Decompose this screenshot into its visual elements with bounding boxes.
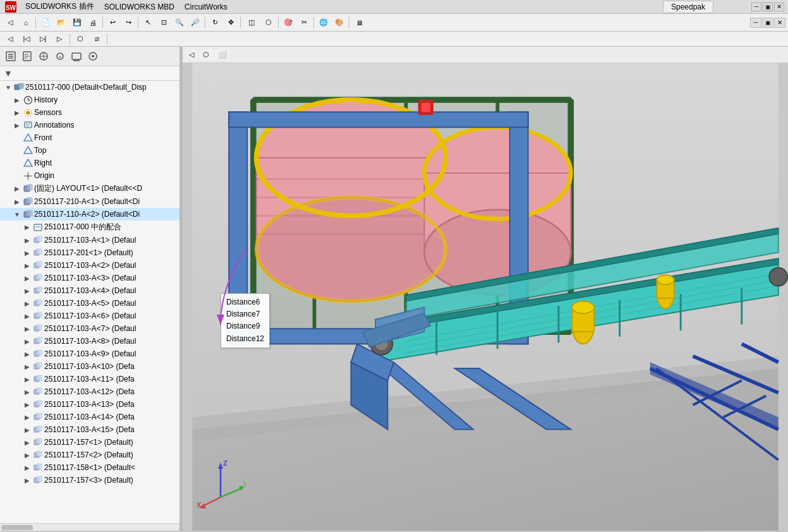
tb-redo[interactable]: ↪ [121,16,136,30]
submatch-expand[interactable]: ▶ [23,224,32,231]
vp-tb-box[interactable]: ⬡ [199,49,213,61]
tree-item-top[interactable]: Top [0,144,179,157]
sub103a14-expand[interactable]: ▶ [23,414,32,421]
tree-item-sub103a4[interactable]: ▶ 2510117-103-A<4> (Defaul [0,284,179,297]
tree-item-sub157a3[interactable]: ▶ 2510117-157<3> (Default) [0,474,179,487]
sub103a12-expand[interactable]: ▶ [23,389,32,396]
tree-item-front[interactable]: Front [0,131,179,144]
win-close[interactable]: ✕ [774,18,785,28]
tree-item-submatch[interactable]: ▶ 2510117-000 中的配合 [0,221,179,234]
tree-item-sub103a1[interactable]: ▶ 2510117-103-A<1> (Defaul [0,234,179,246]
layout-expand[interactable]: ▶ [13,185,21,192]
restore-button[interactable]: ▣ [763,3,773,11]
menu-tab-mbd[interactable]: SOLIDWORKS MBD [99,1,179,13]
tb-pan[interactable]: ✥ [223,16,238,30]
tb-hidden-lines[interactable]: ◫ [243,16,260,30]
sub103a9-expand[interactable]: ▶ [23,351,32,358]
tree-item-sub103a15[interactable]: ▶ 2510117-103-A<15> (Defa [0,423,179,436]
sub103a13-expand[interactable]: ▶ [23,401,32,408]
comp110-expand[interactable]: ▼ [13,211,21,218]
sub103a7-expand[interactable]: ▶ [23,325,32,332]
sub103a3-expand[interactable]: ▶ [23,275,32,282]
tree-hscroll-thumb[interactable] [1,525,33,530]
sub157a2-expand[interactable]: ▶ [23,452,32,459]
vp-tb-back[interactable]: ◁ [185,49,198,61]
sub103a6-expand[interactable]: ▶ [23,313,32,320]
sub103a2-expand[interactable]: ▶ [23,262,32,269]
sub158a1-expand[interactable]: ▶ [23,464,32,471]
tb-rotate[interactable]: ↻ [207,16,222,30]
comp210-expand[interactable]: ▶ [13,198,21,205]
tb-section[interactable]: ✂ [296,16,312,30]
sub103a1-expand[interactable]: ▶ [23,237,32,244]
tree-item-sub103a12[interactable]: ▶ 2510117-103-A<12> (Defa [0,385,179,398]
panel-icon-scenes[interactable] [86,49,100,63]
win-min[interactable]: ─ [750,18,761,28]
sub103a5-expand[interactable]: ▶ [23,300,32,307]
view-nav-forward[interactable]: ▷ [52,32,67,46]
tree-root-node[interactable]: ▼ 2510117-000 (Default<Default_Disp [0,81,179,94]
tb-shaded[interactable]: ⬡ [261,16,276,30]
tree-item-sensors[interactable]: ▶ Sensors [0,106,179,119]
sub103a15-expand[interactable]: ▶ [23,426,32,433]
panel-icon-configmgr[interactable] [37,49,51,63]
tree-item-annotations[interactable]: ▶ Annotations [0,119,179,131]
tree-item-sub103a10[interactable]: ▶ 2510117-103-A<10> (Defa [0,360,179,373]
minimize-button[interactable]: ─ [751,3,761,11]
tb-save[interactable]: 💾 [70,16,85,30]
tree-hscrollbar[interactable] [0,523,179,531]
view-nav-3d[interactable]: ⬡ [73,32,88,46]
sub103a4-expand[interactable]: ▶ [23,287,32,294]
tb-monitor[interactable]: 🖥 [351,16,367,30]
tb-display[interactable]: 🌐 [316,16,331,30]
tb-undo[interactable]: ↩ [105,16,120,30]
tb-open[interactable]: 📂 [54,16,69,30]
tree-item-sub103a2[interactable]: ▶ 2510117-103-A<2> (Defaul [0,259,179,272]
tree-item-sub157a1[interactable]: ▶ 2510117-157<1> (Default) [0,436,179,449]
3d-viewport[interactable]: ◁ ⬡ ⬜ [183,47,788,531]
tb-new[interactable]: 📄 [38,16,53,30]
root-expand-icon[interactable]: ▼ [4,84,13,91]
tree-item-sub103a9[interactable]: ▶ 2510117-103-A<9> (Defaul [0,348,179,360]
sub103a8-expand[interactable]: ▶ [23,338,32,345]
tree-item-history[interactable]: ▶ History [0,94,179,106]
tb-appear[interactable]: 🎨 [332,16,347,30]
tb-back[interactable]: ◁ [3,16,18,30]
menu-tab-plugins[interactable]: SOLIDWORKS 插件 [20,0,99,13]
sensors-expand[interactable]: ▶ [13,109,21,116]
sub157a3-expand[interactable]: ▶ [23,477,32,484]
tree-item-sub103a8[interactable]: ▶ 2510117-103-A<8> (Defaul [0,335,179,348]
tree-item-sub103a13[interactable]: ▶ 2510117-103-A<13> (Defa [0,398,179,411]
tb-zoom-fit[interactable]: ⊡ [156,16,171,30]
view-nav-back[interactable]: ◁ [3,32,18,46]
sub157a1-expand[interactable]: ▶ [23,439,32,446]
tree-item-right[interactable]: Right [0,157,179,169]
panel-icon-dimxpert[interactable]: + [53,49,67,63]
tb-select[interactable]: ↖ [140,16,155,30]
sub103a11-expand[interactable]: ▶ [23,376,32,383]
menu-tab-circuitworks[interactable]: CircuitWorks [179,1,233,13]
tb-zoom-out[interactable]: 🔎 [188,16,203,30]
tree-item-sub103a5[interactable]: ▶ 2510117-103-A<5> (Defaul [0,297,179,310]
tree-item-sub103a14[interactable]: ▶ 2510117-103-A<14> (Defa [0,411,179,423]
history-expand[interactable]: ▶ [13,97,21,104]
panel-icon-featuretree[interactable] [4,49,18,63]
view-nav-next[interactable]: ▷| [35,32,51,46]
tb-print[interactable]: 🖨 [85,16,100,30]
tree-item-sub103a7[interactable]: ▶ 2510117-103-A<7> (Defaul [0,322,179,335]
tb-zoom-in[interactable]: 🔍 [172,16,187,30]
view-nav-section[interactable]: ⧄ [89,32,104,46]
sub103a10-expand[interactable]: ▶ [23,363,32,370]
feature-tree[interactable]: ▼ 2510117-000 (Default<Default_Disp ▶ Hi… [0,81,179,523]
sub201-expand[interactable]: ▶ [23,250,32,257]
tree-item-sub103a6[interactable]: ▶ 2510117-103-A<6> (Defaul [0,310,179,322]
tree-item-sub157a2[interactable]: ▶ 2510117-157<2> (Default) [0,449,179,461]
tree-item-layout[interactable]: ▶ (固定) LAYOUT<1> (Default<<D [0,182,179,195]
tree-item-origin[interactable]: Origin [0,169,179,182]
tree-item-sub201[interactable]: ▶ 2510117-201<1> (Default) [0,246,179,259]
win-max[interactable]: ▣ [762,18,773,28]
filter-input[interactable] [15,69,176,78]
tree-item-sub158a1[interactable]: ▶ 2510117-158<1> (Default< [0,461,179,474]
panel-icon-displaymgr[interactable] [70,49,83,63]
panel-icon-propertymgr[interactable] [20,49,34,63]
